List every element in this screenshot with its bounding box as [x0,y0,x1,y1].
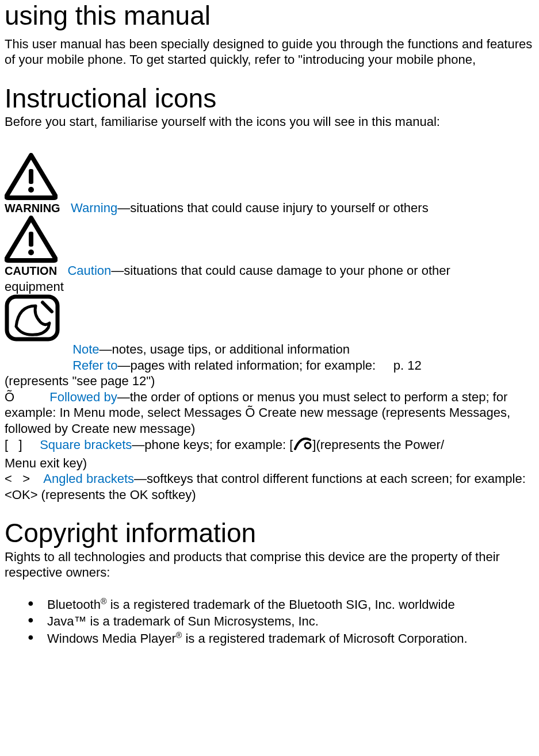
square-symbol: [ ] [5,438,40,452]
caution-line: CAUTION Caution—situations that could ca… [5,263,534,279]
bullet-1-c: is a registered trademark of the Bluetoo… [107,597,455,612]
list-item: Java™ is a trademark of Sun Microsystems… [28,613,534,630]
followed-line: Õ Followed by—the order of options or me… [5,389,534,437]
heading-instructional-icons: Instructional icons [5,84,534,113]
svg-rect-4 [7,297,58,339]
angled-symbol: < > [5,471,43,486]
caution-icon [5,216,58,263]
bullet-1-sup: ® [101,596,107,605]
refer-term: Refer to [72,358,117,373]
copyright-list: Bluetooth® is a registered trademark of … [5,597,534,647]
svg-rect-0 [29,169,33,184]
svg-point-3 [28,250,34,255]
bullet-3-sup: ® [176,630,182,639]
note-term: Note [72,342,99,356]
refer-desc-b: (represents "see page 12") [5,373,534,389]
list-item: Windows Media Player® is a registered tr… [28,631,534,647]
warning-line: WARNING Warning—situations that could ca… [5,200,534,216]
square-desc-b: ](represents the Power/ [312,438,444,452]
note-row [5,294,534,341]
square-term: Square brackets [40,438,132,452]
power-key-icon [293,436,312,455]
bullet-3-c: is a registered trademark of Microsoft C… [182,631,467,646]
angled-line: < > Angled brackets—softkeys that contro… [5,471,534,502]
note-icon [5,294,60,341]
angled-term: Angled brackets [43,471,134,486]
note-desc: —notes, usage tips, or additional inform… [100,342,350,356]
bullet-3-a: Windows Media Player [47,631,176,646]
heading-using-this-manual: using this manual [5,1,534,30]
refer-line: Refer to—pages with related information;… [5,358,534,374]
caution-desc-b: equipment [5,279,534,295]
instructional-intro: Before you start, familiarise yourself w… [5,114,534,130]
list-item: Bluetooth® is a registered trademark of … [28,597,534,613]
refer-desc-a: —pages with related information; for exa… [117,358,421,373]
caution-row [5,216,534,263]
warning-row [5,153,534,200]
copyright-intro: Rights to all technologies and products … [5,549,534,581]
warning-term: Warning [71,201,117,215]
square-desc-c: Menu exit key) [5,455,534,471]
svg-rect-2 [29,232,33,247]
warning-label: WARNING [5,202,60,214]
followed-symbol: Õ [5,390,49,404]
svg-point-5 [305,443,311,448]
followed-term: Followed by [49,390,117,404]
square-desc-a: —phone keys; for example: [ [132,438,293,452]
square-line: [ ] Square brackets—phone keys; for exam… [5,436,534,455]
bullet-1-a: Bluetooth [47,597,101,612]
svg-point-1 [28,187,34,193]
heading-copyright: Copyright information [5,519,534,548]
caution-label: CAUTION [5,264,57,277]
caution-desc-a: —situations that could cause damage to y… [111,263,450,278]
warning-icon [5,153,58,200]
note-line: Note—notes, usage tips, or additional in… [5,341,534,358]
intro-paragraph: This user manual has been specially desi… [5,36,534,68]
warning-desc: —situations that could cause injury to y… [117,201,429,215]
caution-term: Caution [67,263,111,278]
